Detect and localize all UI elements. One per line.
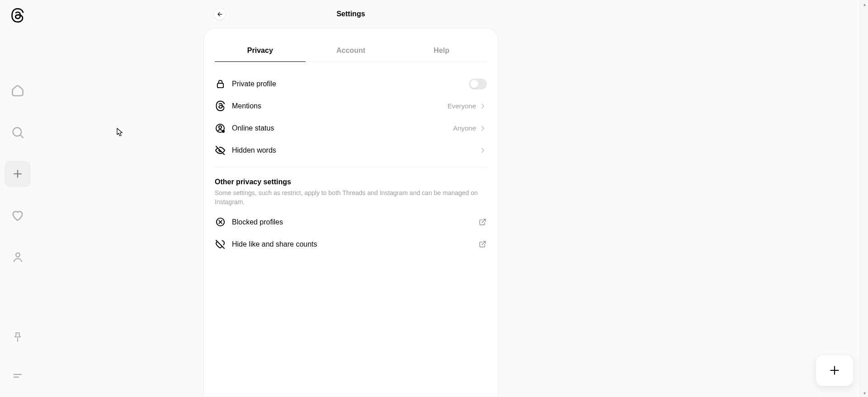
nav-home[interactable] xyxy=(5,78,31,104)
row-label: Hidden words xyxy=(232,146,479,154)
online-status-icon xyxy=(215,123,226,134)
row-label: Private profile xyxy=(232,80,469,88)
chevron-right-icon xyxy=(479,146,487,154)
chevron-right-icon xyxy=(479,124,487,132)
cursor-icon xyxy=(117,128,124,137)
row-label: Mentions xyxy=(232,102,448,110)
heart-off-icon xyxy=(215,239,226,250)
blocked-icon xyxy=(215,217,226,228)
tab-help[interactable]: Help xyxy=(396,39,487,61)
row-mentions[interactable]: Mentions Everyone xyxy=(215,95,487,117)
row-hidden-words[interactable]: Hidden words xyxy=(215,139,487,161)
eye-off-icon xyxy=(215,145,226,156)
tab-privacy[interactable]: Privacy xyxy=(215,39,306,61)
row-label: Blocked profiles xyxy=(232,218,478,226)
page-title: Settings xyxy=(203,10,498,18)
nav-activity[interactable] xyxy=(5,202,31,229)
settings-panel: Privacy Account Help Private profile Men… xyxy=(203,28,498,397)
scroll-up-icon[interactable]: ▴ xyxy=(860,0,868,8)
header: Settings xyxy=(203,0,498,28)
private-profile-toggle[interactable] xyxy=(469,79,487,89)
nav-create[interactable] xyxy=(5,161,31,187)
row-private-profile[interactable]: Private profile xyxy=(215,73,487,95)
row-label: Online status xyxy=(232,124,453,132)
scroll-down-icon[interactable]: ▾ xyxy=(860,389,868,397)
mentions-icon xyxy=(215,101,226,112)
row-label: Hide like and share counts xyxy=(232,240,478,248)
chevron-right-icon xyxy=(479,102,487,110)
external-link-icon xyxy=(478,240,487,249)
sidebar-bottom xyxy=(0,324,35,389)
nav-profile[interactable] xyxy=(5,244,31,270)
nav-more[interactable] xyxy=(5,363,31,389)
svg-point-1 xyxy=(16,252,20,257)
svg-rect-2 xyxy=(217,84,223,88)
nav-icons xyxy=(5,78,31,270)
row-blocked-profiles[interactable]: Blocked profiles xyxy=(215,211,487,233)
row-value: Anyone xyxy=(453,124,476,132)
svg-point-5 xyxy=(222,130,225,133)
scrollbar[interactable]: ▴ ▾ xyxy=(860,0,868,397)
tab-account[interactable]: Account xyxy=(306,39,396,61)
nav-pin[interactable] xyxy=(5,324,31,350)
other-section: Other privacy settings Some settings, su… xyxy=(204,167,498,255)
section-title: Other privacy settings xyxy=(215,178,487,186)
tabs: Privacy Account Help xyxy=(215,39,487,62)
toggle-knob xyxy=(470,80,478,88)
row-hide-counts[interactable]: Hide like and share counts xyxy=(215,233,487,255)
section-desc: Some settings, such as restrict, apply t… xyxy=(215,189,487,206)
privacy-rows: Private profile Mentions Everyone Online… xyxy=(204,62,498,161)
row-online-status[interactable]: Online status Anyone xyxy=(215,117,487,139)
svg-point-4 xyxy=(219,126,222,128)
back-button[interactable] xyxy=(213,8,226,20)
sidebar xyxy=(0,0,35,397)
nav-search[interactable] xyxy=(5,119,31,145)
row-value: Everyone xyxy=(448,102,476,110)
lock-icon xyxy=(215,79,226,89)
threads-logo[interactable] xyxy=(10,6,25,24)
external-link-icon xyxy=(478,218,487,227)
compose-fab[interactable] xyxy=(816,355,854,386)
